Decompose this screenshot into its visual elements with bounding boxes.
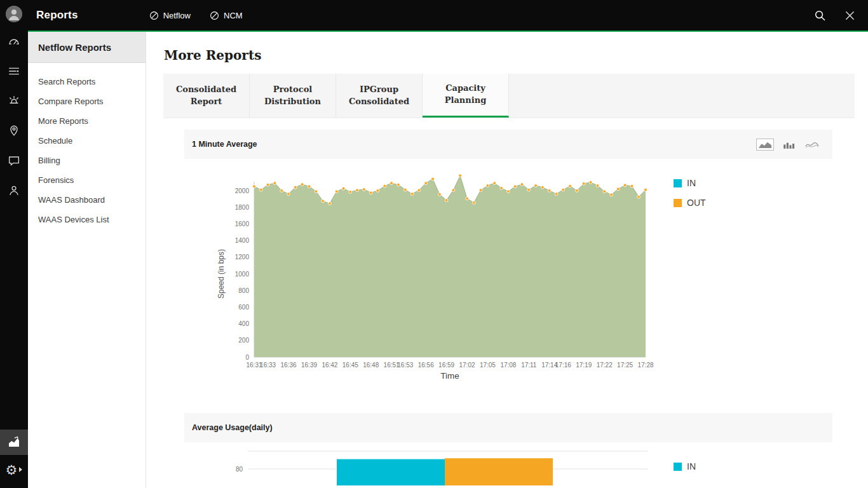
svg-text:2000: 2000: [235, 187, 250, 194]
legend-item-in[interactable]: IN: [674, 178, 706, 188]
svg-text:16:33: 16:33: [260, 362, 276, 369]
tab-capacity-planning[interactable]: Capacity Planning: [423, 74, 509, 118]
tab-label: Protocol Distribution: [259, 84, 327, 108]
average-usage-chart-row: 80 IN: [215, 444, 868, 485]
svg-text:16:39: 16:39: [301, 362, 317, 369]
svg-text:1000: 1000: [235, 271, 250, 278]
close-icon[interactable]: [844, 10, 855, 21]
svg-text:17:19: 17:19: [576, 362, 592, 369]
tab-ipgroup-consolidated[interactable]: IPGroup Consolidated: [336, 74, 423, 118]
chat-icon[interactable]: [0, 146, 28, 175]
sidebar-header[interactable]: Netflow Reports: [28, 32, 146, 63]
sidebar-items: Search ReportsCompare ReportsMore Report…: [28, 63, 146, 229]
tab-label: Consolidated Report: [172, 84, 240, 108]
search-icon[interactable]: [813, 9, 827, 22]
panel-title: 1 Minute Average: [192, 140, 257, 149]
one-minute-average-chart-row: 020040060080010001200140016001800200016:…: [215, 172, 868, 381]
panel-one-minute-average: 1 Minute Average: [184, 130, 832, 159]
sidebar-item-search-reports[interactable]: Search Reports: [28, 72, 146, 92]
circle-slash-icon: [210, 11, 219, 20]
tab-label: IPGroup Consolidated: [345, 84, 413, 108]
product-tab-netflow[interactable]: Netflow: [149, 11, 191, 20]
chart-type-switcher: [756, 139, 825, 151]
legend-swatch: [674, 199, 682, 207]
svg-text:0: 0: [245, 354, 249, 361]
svg-text:17:02: 17:02: [459, 362, 475, 369]
sidebar-item-schedule[interactable]: Schedule: [28, 131, 146, 151]
app-title: Reports: [36, 9, 78, 22]
report-tabs: Consolidated ReportProtocol Distribution…: [163, 74, 855, 118]
svg-text:16:48: 16:48: [363, 362, 379, 369]
product-tab-label: Netflow: [163, 11, 191, 20]
one-minute-average-chart: 020040060080010001200140016001800200016:…: [215, 172, 660, 381]
panel-average-usage: Average Usage(daily): [184, 413, 832, 442]
legend-label: OUT: [687, 198, 706, 208]
product-tab-label: NCM: [224, 11, 243, 20]
svg-text:17:25: 17:25: [617, 362, 633, 369]
location-pin-icon[interactable]: [0, 116, 28, 146]
topbar: Reports NetflowNCM: [28, 0, 868, 32]
legend-swatch: [674, 179, 682, 187]
chart-legend: INOUT: [674, 172, 706, 381]
circle-slash-icon: [149, 11, 159, 20]
product-tabs: NetflowNCM: [149, 11, 243, 20]
settings-gear-icon[interactable]: ⚙: [0, 455, 28, 484]
average-usage-chart: 80: [215, 444, 660, 485]
sidebar-item-waas-dashboard[interactable]: WAAS Dashboard: [28, 190, 146, 210]
dashboard-gauge-icon[interactable]: [0, 26, 28, 56]
page-title: More Reports: [164, 48, 868, 63]
svg-text:17:05: 17:05: [480, 362, 496, 369]
svg-text:800: 800: [238, 287, 249, 294]
reports-sidebar: Netflow Reports Search ReportsCompare Re…: [28, 32, 146, 488]
reports-chart-icon[interactable]: [0, 430, 28, 455]
svg-text:1200: 1200: [235, 254, 250, 261]
sidebar-item-more-reports[interactable]: More Reports: [28, 111, 146, 131]
topbar-actions: [813, 9, 868, 22]
svg-text:600: 600: [238, 304, 249, 311]
main-content: More Reports Consolidated ReportProtocol…: [146, 32, 868, 488]
svg-text:1800: 1800: [235, 204, 250, 211]
legend-label: IN: [687, 178, 696, 188]
svg-text:80: 80: [236, 466, 243, 473]
legend-item-out[interactable]: OUT: [674, 198, 706, 208]
svg-text:200: 200: [238, 337, 249, 344]
svg-text:16:45: 16:45: [342, 362, 358, 369]
tab-consolidated-report[interactable]: Consolidated Report: [163, 74, 250, 118]
tab-protocol-distribution[interactable]: Protocol Distribution: [250, 74, 336, 118]
legend-label: IN: [687, 461, 696, 471]
chart-legend: IN: [674, 444, 696, 485]
avatar-icon: [6, 6, 22, 22]
svg-text:16:53: 16:53: [397, 362, 413, 369]
user-icon[interactable]: [0, 175, 28, 205]
user-avatar[interactable]: [6, 6, 22, 22]
area-chart-type-icon[interactable]: [756, 139, 774, 151]
product-tab-ncm[interactable]: NCM: [210, 11, 243, 20]
sidebar-item-billing[interactable]: Billing: [28, 151, 146, 170]
svg-text:17:28: 17:28: [637, 362, 653, 369]
svg-text:400: 400: [238, 320, 249, 327]
icon-rail: ⚙: [0, 0, 28, 488]
sidebar-item-compare-reports[interactable]: Compare Reports: [28, 92, 146, 111]
svg-text:Time: Time: [440, 371, 459, 381]
svg-text:17:16: 17:16: [555, 362, 571, 369]
panel-title: Average Usage(daily): [192, 423, 273, 432]
sidebar-item-waas-devices-list[interactable]: WAAS Devices List: [28, 210, 146, 229]
line-chart-type-icon[interactable]: [803, 139, 821, 151]
gear-caret-icon: [19, 467, 22, 472]
alarm-icon[interactable]: [0, 86, 28, 116]
svg-text:Speed (in bps): Speed (in bps): [217, 249, 226, 299]
svg-text:16:36: 16:36: [280, 362, 296, 369]
svg-text:1600: 1600: [235, 220, 250, 227]
svg-text:16:42: 16:42: [322, 362, 337, 369]
svg-text:17:08: 17:08: [500, 362, 516, 369]
svg-text:17:22: 17:22: [597, 362, 613, 369]
inventory-list-icon[interactable]: [0, 56, 28, 86]
legend-swatch: [674, 463, 682, 471]
legend-item-in[interactable]: IN: [674, 461, 696, 471]
svg-text:17:11: 17:11: [521, 362, 537, 369]
tab-label: Capacity Planning: [431, 83, 499, 107]
bar-chart-type-icon[interactable]: [780, 139, 797, 151]
sidebar-item-forensics[interactable]: Forensics: [28, 170, 146, 190]
svg-text:16:56: 16:56: [418, 362, 434, 369]
svg-text:1400: 1400: [235, 237, 250, 244]
